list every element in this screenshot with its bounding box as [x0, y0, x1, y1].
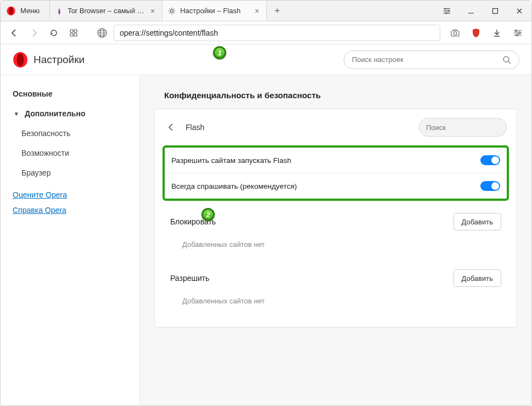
toolbar: opera://settings/content/flash [1, 21, 531, 44]
toggle-label: Всегда спрашивать (рекомендуется) [171, 182, 480, 190]
rate-opera-link[interactable]: Оцените Opera [13, 190, 127, 199]
forward-button[interactable] [26, 25, 42, 41]
adblock-shield-icon[interactable] [468, 25, 484, 41]
svg-rect-11 [74, 33, 77, 36]
toggle-label: Разрешить сайтам запускать Flash [171, 156, 480, 165]
panel-search-input[interactable] [426, 123, 518, 132]
opera-logo-icon [13, 52, 28, 67]
toggle-switch[interactable] [480, 181, 500, 191]
url-bar[interactable]: opera://settings/content/flash [114, 25, 440, 41]
svg-point-5 [448, 10, 450, 12]
svg-point-21 [503, 57, 509, 62]
reload-button[interactable] [46, 25, 62, 41]
minimize-button[interactable] [459, 1, 483, 21]
svg-point-15 [453, 32, 457, 35]
svg-point-18 [516, 34, 518, 36]
sidebar-label: Браузер [21, 168, 51, 177]
snapshot-button[interactable] [447, 25, 463, 41]
easy-setup-icon[interactable] [509, 25, 526, 41]
maximize-button[interactable] [483, 1, 507, 21]
add-allow-button[interactable]: Добавить [453, 269, 501, 287]
tab-title: Tor Browser – самый защи [68, 7, 144, 15]
sidebar: Основные ▾ Дополнительно Безопасность Во… [1, 75, 140, 405]
tab-title: Настройки – Flash [180, 7, 249, 15]
svg-rect-8 [70, 30, 73, 32]
settings-search-input[interactable] [352, 55, 502, 64]
toggle-row-allow-flash[interactable]: Разрешить сайтам запускать Flash [165, 148, 507, 173]
url-text: opera://settings/content/flash [120, 29, 218, 37]
svg-rect-10 [70, 33, 73, 36]
panel-back-button[interactable] [165, 121, 178, 134]
downloads-button[interactable] [489, 25, 505, 41]
close-icon[interactable]: × [253, 7, 261, 15]
site-info-icon[interactable] [94, 25, 110, 41]
page-title: Настройки [33, 54, 85, 66]
sidebar-item-advanced[interactable]: ▾ Дополнительно [1, 104, 139, 123]
new-tab-button[interactable]: ＋ [267, 1, 288, 21]
sidebar-label: Безопасность [21, 129, 70, 138]
annotation-badge-2: 2 [201, 208, 215, 221]
gear-favicon-icon [168, 7, 176, 15]
panel-title: Flash [186, 123, 411, 132]
allow-label: Разрешить [170, 274, 453, 283]
annotation-badge-1: 1 [213, 46, 226, 59]
sidebar-label: Возможности [21, 149, 69, 157]
sidebar-item-features[interactable]: Возможности [1, 143, 139, 163]
svg-point-20 [17, 53, 24, 66]
allow-empty-text: Добавленных сайтов нет [170, 295, 501, 314]
window-controls [435, 1, 531, 21]
speed-dial-button[interactable] [65, 25, 82, 41]
sidebar-item-browser[interactable]: Браузер [1, 163, 139, 183]
close-icon[interactable]: × [149, 7, 156, 15]
opera-logo-icon [6, 6, 16, 16]
svg-point-16 [515, 30, 517, 31]
chevron-down-icon: ▾ [13, 110, 20, 117]
block-empty-text: Добавленных сайтов нет [170, 238, 501, 257]
section-heading: Конфиденциальность и безопасность [164, 91, 517, 100]
svg-point-3 [171, 9, 173, 12]
search-icon [502, 55, 511, 64]
back-button[interactable] [6, 25, 23, 41]
content-area: Конфиденциальность и безопасность Flash … [140, 75, 531, 405]
svg-point-17 [518, 32, 520, 33]
tab-tor[interactable]: Tor Browser – самый защи × [50, 1, 163, 21]
menu-label: Меню [20, 7, 40, 15]
svg-rect-9 [74, 30, 77, 32]
tor-favicon-icon [55, 7, 63, 15]
close-window-button[interactable] [507, 1, 531, 21]
panel-search[interactable] [419, 118, 507, 137]
titlebar: Меню Tor Browser – самый защи × Настройк… [1, 1, 531, 21]
sidebar-label: Дополнительно [25, 109, 85, 118]
toggle-row-ask-first[interactable]: Всегда спрашивать (рекомендуется) [165, 173, 507, 199]
svg-point-4 [445, 8, 446, 9]
svg-rect-7 [493, 8, 498, 13]
svg-point-6 [446, 12, 447, 14]
add-block-button[interactable]: Добавить [453, 213, 501, 230]
settings-header: Настройки [1, 44, 531, 75]
allow-section: Разрешить Добавить Добавленных сайтов не… [155, 257, 517, 314]
svg-point-2 [9, 8, 12, 14]
toggle-group-highlight: Разрешить сайтам запускать Flash Всегда … [163, 145, 509, 201]
main-menu-button[interactable]: Меню [1, 1, 50, 21]
settings-search[interactable] [344, 50, 519, 69]
toggle-switch[interactable] [480, 155, 500, 165]
help-opera-link[interactable]: Справка Opera [13, 206, 127, 215]
tab-strip: Tor Browser – самый защи × Настройки – F… [50, 1, 435, 21]
sidebar-label: Основные [13, 89, 53, 98]
tab-settings[interactable]: Настройки – Flash × [163, 1, 267, 21]
easy-setup-button[interactable] [435, 1, 459, 21]
sidebar-item-basic[interactable]: Основные [1, 84, 139, 104]
sidebar-item-security[interactable]: Безопасность [1, 123, 139, 143]
